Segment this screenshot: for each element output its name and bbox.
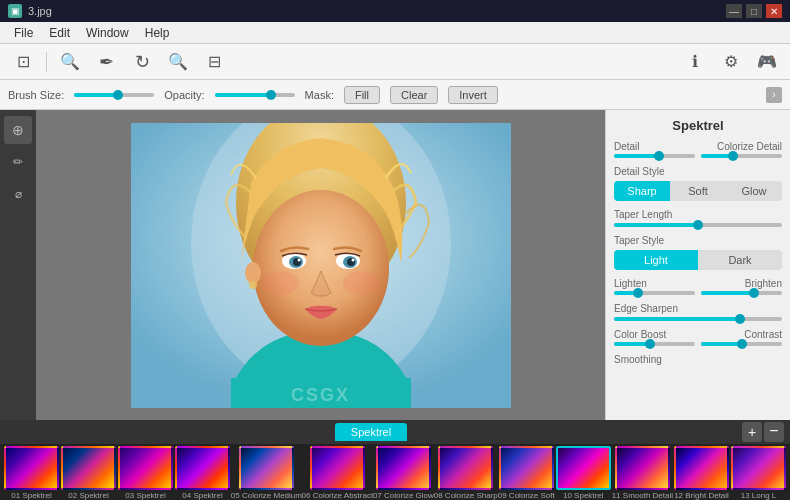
- lighten-slider[interactable]: [614, 291, 695, 295]
- thumb-label: 05 Colorize Medium: [231, 491, 302, 500]
- strip-tab-spektrel[interactable]: Spektrel: [335, 423, 407, 441]
- thumb-05-colorize-medium[interactable]: 05 Colorize Medium: [232, 446, 301, 498]
- soft-button[interactable]: Soft: [670, 181, 726, 201]
- crop-tool-button[interactable]: ⊡: [8, 48, 38, 76]
- window-title: 3.jpg: [28, 5, 726, 17]
- thumb-08-colorize-sharp[interactable]: 08 Colorize Sharp: [435, 446, 497, 498]
- thumb-label: 09 Colorize Soft: [498, 491, 555, 500]
- svg-point-5: [253, 190, 389, 346]
- thumb-12-bright-detail[interactable]: 12 Bright Detail: [674, 446, 729, 498]
- thumb-03-spektrel[interactable]: 03 Spektrel: [118, 446, 173, 498]
- share-button[interactable]: 🎮: [752, 48, 782, 76]
- lighten-brighten-section: Lighten Brighten: [614, 278, 782, 295]
- fill-button[interactable]: Fill: [344, 86, 380, 104]
- opacity-slider[interactable]: [215, 93, 295, 97]
- canvas-watermark: CSGX: [291, 385, 350, 406]
- detail-style-section: Detail Style Sharp Soft Glow: [614, 166, 782, 201]
- sharp-button[interactable]: Sharp: [614, 181, 670, 201]
- light-button[interactable]: Light: [614, 250, 698, 270]
- thumb-label: 07 Colorize Glow: [373, 491, 434, 500]
- svg-point-15: [351, 258, 354, 261]
- dark-button[interactable]: Dark: [698, 250, 782, 270]
- menu-edit[interactable]: Edit: [41, 24, 78, 42]
- thumb-label: 13 Long L: [741, 491, 777, 500]
- move-tool-button[interactable]: ⊕: [4, 116, 32, 144]
- brush-bar: Brush Size: Opacity: Mask: Fill Clear In…: [0, 80, 790, 110]
- pen-button[interactable]: ✒: [91, 48, 121, 76]
- menu-file[interactable]: File: [6, 24, 41, 42]
- menu-help[interactable]: Help: [137, 24, 178, 42]
- color-boost-label: Color Boost: [614, 329, 666, 340]
- svg-point-16: [245, 262, 261, 284]
- settings-button[interactable]: ⚙: [716, 48, 746, 76]
- detail-style-group: Sharp Soft Glow: [614, 181, 782, 201]
- edge-sharpen-slider[interactable]: [614, 317, 782, 321]
- colorize-detail-slider[interactable]: [701, 154, 782, 158]
- contrast-label: Contrast: [744, 329, 782, 340]
- thumb-04-spektrel[interactable]: 04 Spektrel: [175, 446, 230, 498]
- eyedropper-tool-button[interactable]: ✏: [4, 148, 32, 176]
- window-controls: — □ ✕: [726, 4, 782, 18]
- edge-sharpen-section: Edge Sharpen: [614, 303, 782, 321]
- maximize-button[interactable]: □: [746, 4, 762, 18]
- thumb-11-smooth-detail[interactable]: 11 Smooth Detail: [613, 446, 672, 498]
- taper-style-section: Taper Style Light Dark: [614, 235, 782, 270]
- brush-tool-button[interactable]: ⌀: [4, 180, 32, 208]
- zoom-out-button[interactable]: 🔍: [163, 48, 193, 76]
- zoom-in-button[interactable]: 🔍: [55, 48, 85, 76]
- main-content: ⊕ ✏ ⌀: [0, 110, 790, 420]
- rotate-button[interactable]: ↻: [127, 48, 157, 76]
- strip-tabs: Spektrel + −: [0, 420, 790, 444]
- color-boost-slider[interactable]: [614, 342, 695, 346]
- svg-point-14: [297, 258, 300, 261]
- strip-thumbnails: 01 Spektrel 02 Spektrel 03 Spektrel 04 S…: [0, 444, 790, 500]
- thumb-label: 06 Colorize Abstract: [302, 491, 374, 500]
- clear-button[interactable]: Clear: [390, 86, 438, 104]
- minimize-button[interactable]: —: [726, 4, 742, 18]
- taper-style-group: Light Dark: [614, 250, 782, 270]
- close-button[interactable]: ✕: [766, 4, 782, 18]
- glow-button[interactable]: Glow: [726, 181, 782, 201]
- thumb-label: 11 Smooth Detail: [612, 491, 673, 500]
- contrast-slider[interactable]: [701, 342, 782, 346]
- menu-bar: File Edit Window Help: [0, 22, 790, 44]
- mask-label: Mask:: [305, 89, 334, 101]
- expand-button[interactable]: ›: [766, 87, 782, 103]
- remove-preset-button[interactable]: −: [764, 422, 784, 442]
- taper-length-slider[interactable]: [614, 223, 782, 227]
- thumb-06-colorize-abstract[interactable]: 06 Colorize Abstract: [303, 446, 372, 498]
- add-preset-button[interactable]: +: [742, 422, 762, 442]
- left-panel: ⊕ ✏ ⌀: [0, 110, 36, 420]
- detail-row: Detail Colorize Detail: [614, 141, 782, 152]
- toolbar: ⊡ 🔍 ✒ ↻ 🔍 ⊟ ℹ ⚙ 🎮: [0, 44, 790, 80]
- detail-label: Detail: [614, 141, 640, 152]
- thumb-09-colorize-soft[interactable]: 09 Colorize Soft: [499, 446, 554, 498]
- thumb-label: 01 Spektrel: [11, 491, 51, 500]
- detail-style-label: Detail Style: [614, 166, 782, 177]
- frame-button[interactable]: ⊟: [199, 48, 229, 76]
- thumb-01-spektrel[interactable]: 01 Spektrel: [4, 446, 59, 498]
- thumb-07-colorize-glow[interactable]: 07 Colorize Glow: [374, 446, 433, 498]
- detail-section: Detail Colorize Detail: [614, 141, 782, 158]
- detail-slider[interactable]: [614, 154, 695, 158]
- lighten-label: Lighten: [614, 278, 647, 289]
- thumb-label: 12 Bright Detail: [674, 491, 729, 500]
- smoothing-section: Smoothing: [614, 354, 782, 365]
- edge-sharpen-label: Edge Sharpen: [614, 303, 782, 314]
- color-boost-contrast-row: Color Boost Contrast: [614, 329, 782, 340]
- brighten-slider[interactable]: [701, 291, 782, 295]
- brush-size-slider[interactable]: [74, 93, 154, 97]
- toolbar-separator: [46, 52, 47, 72]
- thumb-10-spektrel[interactable]: 10 Spektrel: [556, 446, 611, 498]
- invert-button[interactable]: Invert: [448, 86, 498, 104]
- menu-window[interactable]: Window: [78, 24, 137, 42]
- app-icon: ▣: [8, 4, 22, 18]
- thumb-02-spektrel[interactable]: 02 Spektrel: [61, 446, 116, 498]
- smoothing-label: Smoothing: [614, 354, 782, 365]
- right-panel: Spektrel Detail Colorize Detail Detail S…: [605, 110, 790, 420]
- thumb-label: 08 Colorize Sharp: [434, 491, 498, 500]
- colorize-detail-label: Colorize Detail: [717, 141, 782, 152]
- thumb-13-long-l[interactable]: 13 Long L: [731, 446, 786, 498]
- info-button[interactable]: ℹ: [680, 48, 710, 76]
- thumb-label: 10 Spektrel: [563, 491, 603, 500]
